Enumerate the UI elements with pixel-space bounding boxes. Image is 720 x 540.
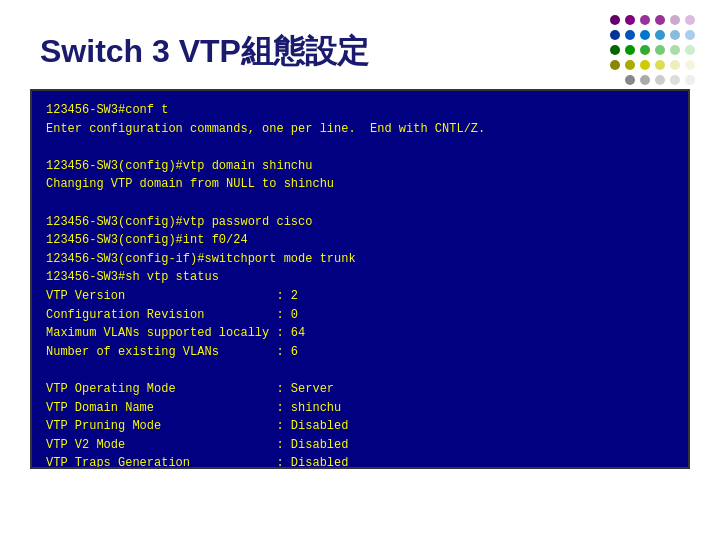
svg-point-21 xyxy=(655,60,665,70)
svg-point-26 xyxy=(655,75,665,85)
svg-point-23 xyxy=(685,60,695,70)
svg-point-7 xyxy=(625,30,635,40)
svg-point-2 xyxy=(640,15,650,25)
svg-point-17 xyxy=(685,45,695,55)
svg-point-8 xyxy=(640,30,650,40)
svg-point-12 xyxy=(610,45,620,55)
svg-point-20 xyxy=(640,60,650,70)
svg-point-27 xyxy=(670,75,680,85)
terminal-output: 123456-SW3#conf t Enter configuration co… xyxy=(30,89,690,469)
svg-point-5 xyxy=(685,15,695,25)
svg-point-18 xyxy=(610,60,620,70)
svg-point-14 xyxy=(640,45,650,55)
svg-point-10 xyxy=(670,30,680,40)
svg-point-16 xyxy=(670,45,680,55)
svg-point-25 xyxy=(640,75,650,85)
svg-point-11 xyxy=(685,30,695,40)
svg-point-1 xyxy=(625,15,635,25)
svg-point-6 xyxy=(610,30,620,40)
svg-point-19 xyxy=(625,60,635,70)
svg-point-9 xyxy=(655,30,665,40)
svg-point-3 xyxy=(655,15,665,25)
svg-point-24 xyxy=(625,75,635,85)
svg-point-15 xyxy=(655,45,665,55)
svg-point-4 xyxy=(670,15,680,25)
terminal-text: 123456-SW3#conf t Enter configuration co… xyxy=(46,101,674,469)
decorative-dot-grid xyxy=(605,10,705,100)
svg-point-13 xyxy=(625,45,635,55)
svg-point-28 xyxy=(685,75,695,85)
dot-grid-svg xyxy=(605,10,705,100)
svg-point-22 xyxy=(670,60,680,70)
svg-point-0 xyxy=(610,15,620,25)
